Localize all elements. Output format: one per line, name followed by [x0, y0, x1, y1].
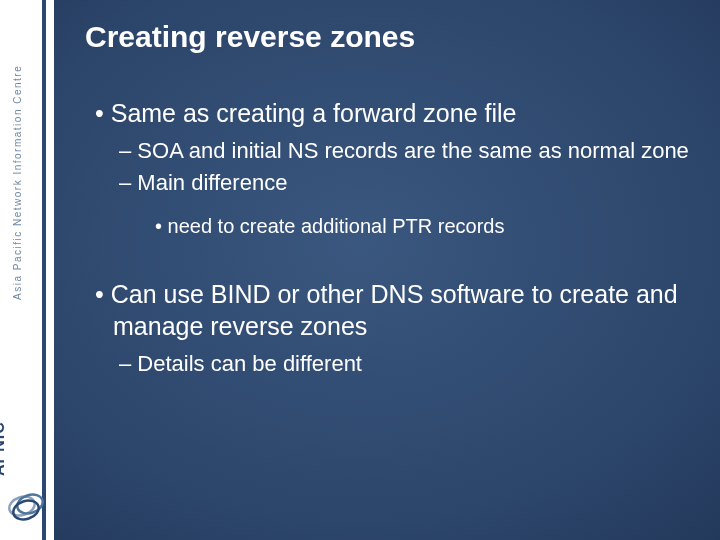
slide: Asia Pacific Network Information Centre …: [0, 0, 720, 540]
sidebar: Asia Pacific Network Information Centre …: [0, 0, 54, 540]
slide-title: Creating reverse zones: [85, 20, 690, 54]
bullet-level1: Can use BIND or other DNS software to cr…: [95, 279, 690, 342]
sidebar-accent-stripe: [42, 0, 46, 540]
org-name-vertical: Asia Pacific Network Information Centre: [12, 65, 23, 300]
apnic-wordmark: APNIC: [0, 421, 8, 476]
bullet-level2: Details can be different: [119, 350, 690, 378]
bullet-level2: Main difference: [119, 169, 690, 197]
bullet-level3: need to create additional PTR records: [155, 214, 690, 239]
apnic-rings-icon: [4, 482, 48, 526]
bullet-level1: Same as creating a forward zone file: [95, 98, 690, 129]
slide-content: Creating reverse zones Same as creating …: [85, 20, 690, 381]
bullet-level2: SOA and initial NS records are the same …: [119, 137, 690, 165]
